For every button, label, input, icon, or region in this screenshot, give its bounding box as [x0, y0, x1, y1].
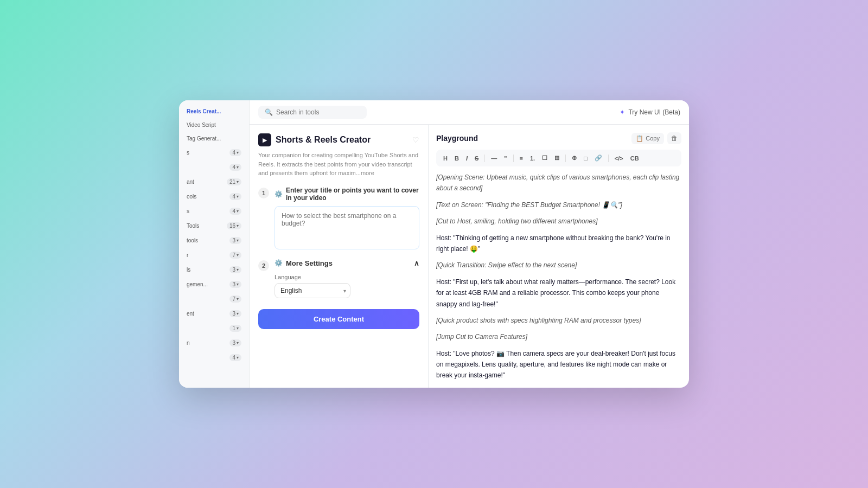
sidebar-item-13[interactable]: 7▾ — [181, 292, 247, 306]
toolbar-table[interactable]: ⊕ — [569, 153, 579, 163]
language-label: Language — [275, 274, 419, 280]
main-window: Reels Creat... Video Script Tag Generat.… — [179, 100, 689, 388]
content-panels: ▶ Shorts & Reels Creator ♡ Your companio… — [250, 125, 689, 388]
content-line-3: [Cut to Host, smiling, holding two diffe… — [436, 216, 681, 227]
settings-icon: ⚙️ — [275, 259, 283, 267]
toolbar-link[interactable]: 🔗 — [592, 153, 605, 163]
toolbar-col[interactable]: ⊞ — [552, 153, 562, 163]
toolbar-sep-4 — [608, 155, 609, 162]
main-area: 🔍 ✦ Try New UI (Beta) ▶ Shorts & Reels C… — [250, 100, 689, 388]
sidebar-badge-4: 4▾ — [229, 164, 241, 171]
toolbar-ordered-list[interactable]: 1. — [527, 153, 538, 163]
step-1-textarea[interactable] — [275, 206, 419, 249]
toolbar-image[interactable]: □ — [581, 153, 590, 163]
language-select[interactable]: English Spanish French German — [275, 283, 350, 298]
tool-description: Your companion for creating compelling Y… — [258, 151, 419, 178]
left-panel: ▶ Shorts & Reels Creator ♡ Your companio… — [250, 125, 429, 388]
toolbar-italic[interactable]: I — [463, 153, 470, 163]
sidebar-item-9[interactable]: tools 3▾ — [181, 234, 247, 247]
toolbar-checkbox[interactable]: ☐ — [539, 153, 550, 163]
trash-icon: 🗑 — [671, 134, 678, 142]
create-content-button[interactable]: Create Content — [258, 309, 419, 329]
toolbar-codeblock[interactable]: CB — [628, 153, 642, 163]
toolbar-sep-1 — [484, 155, 485, 162]
playground-title: Playground — [436, 134, 478, 143]
toolbar-quote[interactable]: " — [501, 153, 509, 163]
search-icon: 🔍 — [265, 108, 273, 116]
step-2-number: 2 — [258, 260, 269, 271]
toolbar-rule[interactable]: — — [488, 153, 500, 163]
step-1-content: ⚙️ Enter your title or points you want t… — [275, 187, 419, 252]
sidebar-item-12[interactable]: gemen... 3▾ — [181, 278, 247, 291]
tool-title-group: ▶ Shorts & Reels Creator — [258, 133, 371, 146]
playground-content: [Opening Scene: Upbeat music, quick clip… — [436, 172, 681, 380]
step-1-label: ⚙️ Enter your title or points you want t… — [275, 187, 419, 202]
collapse-icon: ∧ — [414, 259, 419, 267]
tool-header: ▶ Shorts & Reels Creator ♡ — [258, 133, 419, 146]
sidebar-item-s[interactable]: s 4▾ — [181, 146, 247, 159]
sidebar-item-17[interactable]: 4▾ — [181, 351, 247, 364]
heart-icon[interactable]: ♡ — [412, 136, 419, 144]
toolbar-code[interactable]: </> — [612, 153, 626, 163]
toolbar-bullet-list[interactable]: ≡ — [517, 153, 526, 163]
content-line-8: [Jump Cut to Camera Features] — [436, 331, 681, 342]
sidebar-item-11[interactable]: ls 3▾ — [181, 263, 247, 277]
sidebar-item-14[interactable]: ent 3▾ — [181, 307, 247, 320]
content-line-7: [Quick product shots with specs highligh… — [436, 315, 681, 326]
sidebar-item-reels[interactable]: Reels Creat... — [181, 105, 247, 118]
sidebar-item-10[interactable]: r 7▾ — [181, 248, 247, 262]
content-line-1: [Opening Scene: Upbeat music, quick clip… — [436, 172, 681, 194]
copy-icon: 📋 — [636, 135, 643, 142]
tool-icon: ▶ — [258, 133, 271, 146]
step-2: 2 ⚙️ More Settings ∧ Language — [258, 259, 419, 298]
toolbar-sep-2 — [513, 155, 514, 162]
toolbar-sep-3 — [565, 155, 566, 162]
header: 🔍 ✦ Try New UI (Beta) — [250, 100, 689, 125]
sidebar-item-8[interactable]: Tools 16▾ — [181, 219, 247, 233]
sidebar-badge: 4▾ — [229, 149, 241, 156]
sidebar-item-7[interactable]: s 4▾ — [181, 204, 247, 218]
sidebar-item-tag-gen[interactable]: Tag Generat... — [181, 132, 247, 145]
content-line-2: [Text on Screen: "Finding the BEST Budge… — [436, 200, 681, 210]
sparkle-icon: ✦ — [620, 108, 625, 116]
trash-button[interactable]: 🗑 — [667, 132, 681, 144]
sidebar-item-ools[interactable]: ools 4▾ — [181, 190, 247, 203]
sidebar: Reels Creat... Video Script Tag Generat.… — [179, 100, 250, 388]
sidebar-item-4[interactable]: 4▾ — [181, 160, 247, 174]
sidebar-badge-ant: 21▾ — [227, 178, 241, 185]
toolbar-bold[interactable]: B — [452, 153, 462, 163]
playground-header: Playground 📋 Copy 🗑 — [436, 132, 681, 144]
search-box[interactable]: 🔍 — [258, 106, 367, 119]
toolbar-strikethrough[interactable]: S — [472, 153, 481, 163]
playground-actions: 📋 Copy 🗑 — [631, 132, 681, 144]
step-2-content: ⚙️ More Settings ∧ Language English Span… — [275, 259, 419, 298]
sidebar-item-video-script[interactable]: Video Script — [181, 119, 247, 131]
settings-header[interactable]: ⚙️ More Settings ∧ — [275, 259, 419, 267]
settings-content: Language English Spanish French German ▾ — [275, 274, 419, 298]
right-panel: Playground 📋 Copy 🗑 H B I — [429, 125, 689, 388]
content-line-6: Host: "First up, let's talk about what r… — [436, 277, 681, 310]
search-input[interactable] — [276, 108, 360, 116]
sidebar-item-ant[interactable]: ant 21▾ — [181, 175, 247, 189]
step-1-icon: ⚙️ — [275, 190, 283, 198]
toolbar-heading[interactable]: H — [441, 153, 450, 163]
tool-title: Shorts & Reels Creator — [276, 135, 371, 145]
sidebar-item-15[interactable]: 1▾ — [181, 322, 247, 335]
language-select-wrapper: English Spanish French German ▾ — [275, 283, 350, 298]
content-line-9: Host: "Love photos? 📷 Then camera specs … — [436, 348, 681, 380]
content-line-4: Host: "Thinking of getting a new smartph… — [436, 233, 681, 255]
copy-button[interactable]: 📋 Copy — [631, 133, 664, 144]
step-1: 1 ⚙️ Enter your title or points you want… — [258, 187, 419, 252]
editor-toolbar: H B I S — " ≡ 1. ☐ ⊞ ⊕ □ 🔗 — [436, 150, 681, 166]
content-line-5: [Quick Transition: Swipe effect to the n… — [436, 260, 681, 271]
step-1-number: 1 — [258, 188, 269, 198]
sidebar-item-16[interactable]: n 3▾ — [181, 336, 247, 350]
try-new-ui-button[interactable]: ✦ Try New UI (Beta) — [620, 108, 680, 116]
